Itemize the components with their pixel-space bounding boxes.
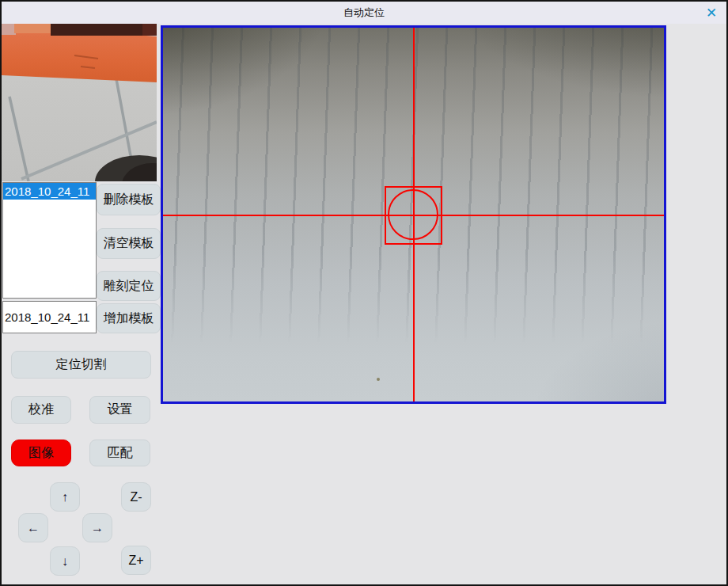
jog-z-minus-button[interactable]: Z-	[121, 482, 151, 512]
clear-templates-button[interactable]: 清空模板	[97, 228, 161, 259]
template-list-item[interactable]: 2018_10_24_11	[3, 183, 96, 200]
arrow-left-icon: ←	[27, 521, 40, 535]
jog-z-plus-button[interactable]: Z+	[121, 546, 151, 575]
camera-speck	[377, 378, 380, 381]
match-button[interactable]: 匹配	[89, 440, 150, 466]
close-icon[interactable]: ✕	[703, 4, 720, 21]
settings-button[interactable]: 设置	[89, 396, 150, 424]
auto-position-dialog: 自动定位 ✕	[0, 0, 728, 586]
jog-up-button[interactable]: ↑	[50, 482, 80, 512]
add-template-button[interactable]: 增加模板	[97, 303, 161, 333]
jog-right-button[interactable]: →	[82, 513, 112, 542]
engrave-position-button[interactable]: 雕刻定位	[97, 271, 161, 301]
arrow-right-icon: →	[91, 521, 104, 535]
arrow-up-icon: ↑	[62, 490, 68, 504]
position-cut-button[interactable]: 定位切割	[11, 351, 151, 379]
calibrate-button[interactable]: 校准	[11, 396, 71, 424]
jog-down-button[interactable]: ↓	[50, 546, 80, 576]
roi-circle-marker	[388, 189, 438, 240]
delete-template-button[interactable]: 删除模板	[97, 184, 161, 215]
jog-left-button[interactable]: ←	[18, 513, 48, 542]
template-name-field[interactable]	[2, 301, 97, 333]
arrow-down-icon: ↓	[62, 554, 68, 569]
camera-view[interactable]	[161, 25, 666, 404]
title-bar: 自动定位 ✕	[2, 2, 726, 24]
template-thumbnail	[2, 24, 157, 181]
template-list[interactable]: 2018_10_24_11	[2, 182, 97, 299]
template-thumbnail-image	[2, 24, 157, 181]
window-title: 自动定位	[343, 6, 385, 20]
image-button-active[interactable]: 图像	[11, 440, 71, 466]
